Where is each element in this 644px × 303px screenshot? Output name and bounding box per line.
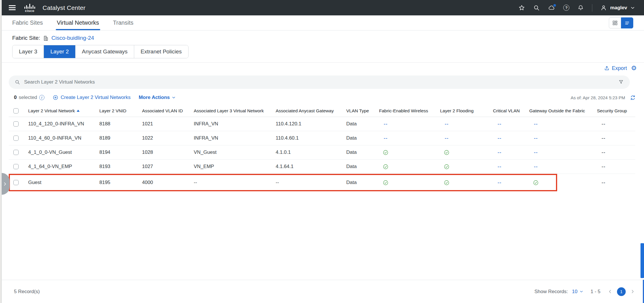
cell-anycast_gw: 4.1.64.1 bbox=[273, 164, 343, 169]
check-circle-icon bbox=[383, 164, 389, 170]
user-name: maglev bbox=[610, 5, 627, 11]
fabric-site-link[interactable]: Cisco-buidling-24 bbox=[51, 35, 94, 41]
more-actions-dropdown[interactable]: More Actions bbox=[139, 95, 176, 100]
filter-funnel-icon[interactable] bbox=[618, 79, 624, 85]
cell-critical: -- bbox=[490, 164, 526, 169]
sort-ascending-icon bbox=[77, 110, 80, 112]
cell-name: 4_1_64_0-VN_EMP bbox=[25, 164, 96, 169]
row-checkbox[interactable] bbox=[13, 164, 19, 169]
side-panel-handle[interactable] bbox=[2, 173, 10, 195]
scrollbar-edge-line bbox=[643, 280, 644, 303]
refresh-icon[interactable] bbox=[630, 95, 636, 101]
help-icon[interactable]: ? bbox=[563, 5, 569, 11]
tab-anycast-gateways[interactable]: Anycast Gateways bbox=[76, 45, 134, 58]
column-header-gw_outside[interactable]: Gateway Outside the Fabric bbox=[526, 108, 594, 113]
check-circle-icon bbox=[444, 164, 450, 170]
check-circle-icon bbox=[444, 180, 450, 186]
chevron-down-icon bbox=[630, 5, 635, 10]
empty-value-dash: -- bbox=[602, 164, 605, 169]
cell-name: 4_1_0_0-VN_Guest bbox=[25, 149, 96, 155]
cell-flooding: -- bbox=[437, 135, 490, 141]
tab-fabric-sites[interactable]: Fabric Sites bbox=[12, 15, 43, 30]
cell-flooding bbox=[437, 149, 490, 156]
info-icon[interactable]: i bbox=[39, 95, 44, 100]
empty-value-dash: -- bbox=[534, 149, 538, 155]
cell-name: 110_4_60_0-INFRA_VN bbox=[25, 135, 96, 141]
cell-l3vn: -- bbox=[191, 180, 273, 185]
row-checkbox[interactable] bbox=[13, 150, 19, 155]
row-checkbox[interactable] bbox=[13, 121, 19, 127]
cloud-notification-dot bbox=[553, 4, 556, 7]
tab-layer-2[interactable]: Layer 2 bbox=[44, 45, 75, 58]
cell-flooding bbox=[437, 164, 490, 170]
as-of-timestamp: As of: Apr 28, 2024 5:23 PM bbox=[571, 95, 625, 100]
page-size-dropdown[interactable]: 10 bbox=[572, 289, 584, 295]
column-header-security_group[interactable]: Security Group bbox=[594, 108, 635, 113]
tab-extranet-policies[interactable]: Extranet Policies bbox=[134, 45, 188, 58]
cell-wireless bbox=[376, 180, 437, 186]
cell-security_group: -- bbox=[594, 180, 635, 185]
chevron-down-icon bbox=[579, 289, 584, 294]
select-all-cell bbox=[9, 108, 25, 113]
plus-circle-icon bbox=[53, 95, 58, 100]
cell-l3vn: VN_Guest bbox=[191, 149, 273, 155]
column-label: Associated VLAN ID bbox=[142, 108, 183, 113]
table-row[interactable]: 110_4_120_0-INFRA_VN81881021INFRA_VN110.… bbox=[9, 117, 635, 131]
tab-layer-3[interactable]: Layer 3 bbox=[12, 45, 44, 58]
column-header-critical[interactable]: Critical VLAN bbox=[490, 108, 526, 113]
row-checkbox-cell bbox=[9, 121, 25, 127]
global-search-icon[interactable] bbox=[533, 4, 540, 11]
cisco-logo-bars bbox=[24, 3, 35, 9]
empty-value-dash: -- bbox=[445, 135, 449, 141]
create-layer2-vn-button[interactable]: Create Layer 2 Virtual Networks bbox=[53, 95, 131, 100]
chevron-right-icon bbox=[3, 182, 7, 186]
column-header-wireless[interactable]: Fabric-Enabled Wireless bbox=[376, 108, 437, 113]
user-menu[interactable]: maglev bbox=[600, 4, 635, 11]
column-header-name[interactable]: Layer 2 Virtual Network bbox=[25, 108, 96, 113]
column-header-anycast_gw[interactable]: Associated Anycast Gateway bbox=[273, 108, 343, 113]
column-label: Fabric-Enabled Wireless bbox=[379, 108, 428, 113]
cell-security_group: -- bbox=[594, 121, 635, 127]
cell-name: Guest bbox=[25, 180, 96, 185]
previous-page-icon[interactable] bbox=[607, 289, 613, 294]
favorites-star-icon[interactable] bbox=[518, 4, 525, 11]
column-header-vlan_id[interactable]: Associated VLAN ID bbox=[139, 108, 191, 113]
column-header-flooding[interactable]: Layer 2 Flooding bbox=[437, 108, 490, 113]
table-row[interactable]: 110_4_60_0-INFRA_VN81891022INFRA_VN110.4… bbox=[9, 131, 635, 145]
cell-anycast_gw: 4.1.0.1 bbox=[273, 149, 343, 155]
card-view-icon[interactable] bbox=[609, 17, 621, 28]
tab-virtual-networks[interactable]: Virtual Networks bbox=[57, 15, 99, 30]
empty-value-dash: -- bbox=[445, 121, 449, 127]
cell-critical: -- bbox=[490, 149, 526, 155]
table-row[interactable]: 4_1_0_0-VN_Guest81941028VN_Guest4.1.0.1D… bbox=[9, 145, 635, 160]
export-button[interactable]: Export bbox=[604, 65, 627, 71]
page-number-button[interactable]: 1 bbox=[617, 287, 626, 296]
column-header-vlan_type[interactable]: VLAN Type bbox=[343, 108, 376, 113]
empty-value-dash: -- bbox=[534, 135, 538, 141]
cell-wireless: -- bbox=[376, 135, 437, 141]
hamburger-menu-icon[interactable] bbox=[9, 4, 16, 12]
search-input[interactable] bbox=[24, 79, 614, 85]
cell-vlan_type: Data bbox=[343, 121, 376, 127]
empty-value-dash: -- bbox=[498, 149, 501, 155]
check-circle-icon bbox=[444, 149, 450, 156]
selected-label: selected bbox=[19, 95, 37, 100]
next-page-icon[interactable] bbox=[630, 289, 635, 294]
table-settings-gear-icon[interactable]: ⚙ bbox=[631, 65, 637, 71]
column-header-vnid[interactable]: Layer 2 VNID bbox=[96, 108, 139, 113]
cell-gw_outside: -- bbox=[526, 164, 594, 169]
fabric-site-row: Fabric Site: Cisco-buidling-24 bbox=[12, 35, 644, 41]
cell-l3vn: INFRA_VN bbox=[191, 121, 273, 127]
row-checkbox[interactable] bbox=[13, 136, 19, 141]
table-row[interactable]: 4_1_64_0-VN_EMP81931027VN_EMP4.1.64.1Dat… bbox=[9, 160, 635, 174]
more-actions-label: More Actions bbox=[139, 95, 170, 100]
select-all-checkbox[interactable] bbox=[13, 108, 19, 113]
notifications-bell-icon[interactable] bbox=[577, 4, 584, 11]
list-view-icon[interactable] bbox=[621, 17, 633, 28]
column-header-l3vn[interactable]: Associated Layer 3 Virtual Network bbox=[191, 108, 273, 113]
tab-transits[interactable]: Transits bbox=[113, 15, 133, 30]
table-row[interactable]: Guest81954000----Data---- bbox=[9, 174, 635, 191]
scrollbar-thumb[interactable] bbox=[641, 243, 644, 278]
row-checkbox[interactable] bbox=[13, 180, 19, 185]
cloud-status-icon[interactable] bbox=[548, 4, 555, 11]
